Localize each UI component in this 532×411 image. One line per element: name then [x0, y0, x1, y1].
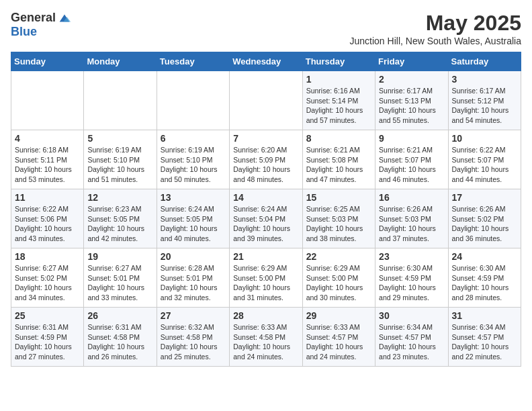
day-number: 16 — [379, 192, 444, 203]
day-number: 17 — [452, 192, 517, 203]
day-info: Sunrise: 6:22 AM Sunset: 5:06 PM Dayligh… — [15, 204, 80, 244]
day-number: 19 — [87, 251, 152, 262]
calendar-header-row: SundayMondayTuesdayWednesdayThursdayFrid… — [11, 52, 521, 71]
day-info: Sunrise: 6:30 AM Sunset: 4:59 PM Dayligh… — [452, 263, 517, 303]
day-info: Sunrise: 6:27 AM Sunset: 5:02 PM Dayligh… — [15, 263, 80, 303]
day-number: 21 — [233, 251, 298, 262]
day-info: Sunrise: 6:22 AM Sunset: 5:07 PM Dayligh… — [452, 145, 517, 185]
day-number: 31 — [452, 310, 517, 321]
day-info: Sunrise: 6:31 AM Sunset: 4:59 PM Dayligh… — [15, 322, 80, 362]
calendar-cell: 3Sunrise: 6:17 AM Sunset: 5:12 PM Daylig… — [448, 71, 521, 130]
calendar-cell: 28Sunrise: 6:33 AM Sunset: 4:58 PM Dayli… — [230, 308, 302, 367]
day-number: 26 — [87, 310, 152, 321]
calendar-cell — [84, 71, 157, 130]
day-number: 7 — [233, 133, 298, 144]
day-info: Sunrise: 6:28 AM Sunset: 5:01 PM Dayligh… — [161, 263, 226, 303]
day-number: 14 — [233, 192, 298, 203]
calendar-cell: 6Sunrise: 6:19 AM Sunset: 5:10 PM Daylig… — [157, 130, 229, 189]
calendar-cell: 5Sunrise: 6:19 AM Sunset: 5:10 PM Daylig… — [84, 130, 157, 189]
day-info: Sunrise: 6:33 AM Sunset: 4:58 PM Dayligh… — [233, 322, 298, 362]
calendar-cell: 12Sunrise: 6:23 AM Sunset: 5:05 PM Dayli… — [84, 189, 157, 248]
calendar-cell: 23Sunrise: 6:30 AM Sunset: 4:59 PM Dayli… — [375, 248, 448, 308]
day-info: Sunrise: 6:25 AM Sunset: 5:03 PM Dayligh… — [306, 204, 371, 244]
day-info: Sunrise: 6:33 AM Sunset: 4:57 PM Dayligh… — [306, 322, 371, 362]
calendar-cell — [11, 71, 84, 130]
logo: General Blue — [11, 11, 72, 39]
day-info: Sunrise: 6:34 AM Sunset: 4:57 PM Dayligh… — [379, 322, 444, 362]
calendar-cell: 25Sunrise: 6:31 AM Sunset: 4:59 PM Dayli… — [11, 308, 84, 367]
calendar-cell — [230, 71, 302, 130]
calendar-cell: 24Sunrise: 6:30 AM Sunset: 4:59 PM Dayli… — [448, 248, 521, 308]
day-number: 1 — [306, 74, 371, 85]
day-number: 18 — [15, 251, 80, 262]
calendar-week-row: 1Sunrise: 6:16 AM Sunset: 5:14 PM Daylig… — [11, 71, 521, 130]
day-header-thursday: Thursday — [302, 52, 375, 71]
day-number: 13 — [161, 192, 226, 203]
day-number: 9 — [379, 133, 444, 144]
day-number: 29 — [306, 310, 371, 321]
month-title: May 2025 — [350, 11, 521, 36]
day-number: 24 — [452, 251, 517, 262]
day-info: Sunrise: 6:17 AM Sunset: 5:13 PM Dayligh… — [379, 86, 444, 126]
day-info: Sunrise: 6:24 AM Sunset: 5:05 PM Dayligh… — [161, 204, 226, 244]
day-info: Sunrise: 6:27 AM Sunset: 5:01 PM Dayligh… — [87, 263, 152, 303]
day-info: Sunrise: 6:19 AM Sunset: 5:10 PM Dayligh… — [161, 145, 226, 185]
calendar-cell: 20Sunrise: 6:28 AM Sunset: 5:01 PM Dayli… — [157, 248, 229, 308]
calendar-week-row: 18Sunrise: 6:27 AM Sunset: 5:02 PM Dayli… — [11, 248, 521, 308]
day-info: Sunrise: 6:26 AM Sunset: 5:02 PM Dayligh… — [452, 204, 517, 244]
day-header-sunday: Sunday — [11, 52, 84, 71]
calendar-cell: 19Sunrise: 6:27 AM Sunset: 5:01 PM Dayli… — [84, 248, 157, 308]
day-info: Sunrise: 6:32 AM Sunset: 4:58 PM Dayligh… — [161, 322, 226, 362]
day-info: Sunrise: 6:21 AM Sunset: 5:08 PM Dayligh… — [306, 145, 371, 185]
day-info: Sunrise: 6:16 AM Sunset: 5:14 PM Dayligh… — [306, 86, 371, 126]
calendar-cell: 18Sunrise: 6:27 AM Sunset: 5:02 PM Dayli… — [11, 248, 84, 308]
day-number: 5 — [87, 133, 152, 144]
day-number: 11 — [15, 192, 80, 203]
day-info: Sunrise: 6:29 AM Sunset: 5:00 PM Dayligh… — [233, 263, 298, 303]
day-number: 20 — [161, 251, 226, 262]
calendar-cell: 9Sunrise: 6:21 AM Sunset: 5:07 PM Daylig… — [375, 130, 448, 189]
page-header: General Blue May 2025 Junction Hill, New… — [11, 11, 521, 46]
calendar-cell: 1Sunrise: 6:16 AM Sunset: 5:14 PM Daylig… — [302, 71, 375, 130]
calendar-cell: 7Sunrise: 6:20 AM Sunset: 5:09 PM Daylig… — [230, 130, 302, 189]
logo-blue-text: Blue — [11, 26, 72, 39]
calendar-cell: 11Sunrise: 6:22 AM Sunset: 5:06 PM Dayli… — [11, 189, 84, 248]
calendar-cell — [157, 71, 229, 130]
calendar-cell: 27Sunrise: 6:32 AM Sunset: 4:58 PM Dayli… — [157, 308, 229, 367]
day-header-friday: Friday — [375, 52, 448, 71]
calendar-cell: 15Sunrise: 6:25 AM Sunset: 5:03 PM Dayli… — [302, 189, 375, 248]
day-number: 6 — [161, 133, 226, 144]
calendar-cell: 31Sunrise: 6:34 AM Sunset: 4:57 PM Dayli… — [448, 308, 521, 367]
calendar-cell: 29Sunrise: 6:33 AM Sunset: 4:57 PM Dayli… — [302, 308, 375, 367]
day-header-saturday: Saturday — [448, 52, 521, 71]
calendar-cell: 10Sunrise: 6:22 AM Sunset: 5:07 PM Dayli… — [448, 130, 521, 189]
day-info: Sunrise: 6:34 AM Sunset: 4:57 PM Dayligh… — [452, 322, 517, 362]
day-number: 25 — [15, 310, 80, 321]
day-info: Sunrise: 6:19 AM Sunset: 5:10 PM Dayligh… — [87, 145, 152, 185]
day-number: 30 — [379, 310, 444, 321]
calendar-cell: 13Sunrise: 6:24 AM Sunset: 5:05 PM Dayli… — [157, 189, 229, 248]
day-info: Sunrise: 6:17 AM Sunset: 5:12 PM Dayligh… — [452, 86, 517, 126]
day-info: Sunrise: 6:20 AM Sunset: 5:09 PM Dayligh… — [233, 145, 298, 185]
day-number: 4 — [15, 133, 80, 144]
calendar-cell: 17Sunrise: 6:26 AM Sunset: 5:02 PM Dayli… — [448, 189, 521, 248]
day-info: Sunrise: 6:29 AM Sunset: 5:00 PM Dayligh… — [306, 263, 371, 303]
day-number: 3 — [452, 74, 517, 85]
calendar-week-row: 4Sunrise: 6:18 AM Sunset: 5:11 PM Daylig… — [11, 130, 521, 189]
calendar-cell: 2Sunrise: 6:17 AM Sunset: 5:13 PM Daylig… — [375, 71, 448, 130]
day-info: Sunrise: 6:23 AM Sunset: 5:05 PM Dayligh… — [87, 204, 152, 244]
logo-general-text: General — [11, 11, 56, 25]
day-number: 8 — [306, 133, 371, 144]
day-info: Sunrise: 6:21 AM Sunset: 5:07 PM Dayligh… — [379, 145, 444, 185]
day-info: Sunrise: 6:31 AM Sunset: 4:58 PM Dayligh… — [87, 322, 152, 362]
calendar-table: SundayMondayTuesdayWednesdayThursdayFrid… — [11, 52, 521, 367]
calendar-cell: 26Sunrise: 6:31 AM Sunset: 4:58 PM Dayli… — [84, 308, 157, 367]
day-info: Sunrise: 6:26 AM Sunset: 5:03 PM Dayligh… — [379, 204, 444, 244]
day-number: 12 — [87, 192, 152, 203]
title-block: May 2025 Junction Hill, New South Wales,… — [350, 11, 521, 46]
calendar-cell: 4Sunrise: 6:18 AM Sunset: 5:11 PM Daylig… — [11, 130, 84, 189]
calendar-cell: 22Sunrise: 6:29 AM Sunset: 5:00 PM Dayli… — [302, 248, 375, 308]
day-header-tuesday: Tuesday — [157, 52, 229, 71]
location: Junction Hill, New South Wales, Australi… — [350, 36, 521, 46]
calendar-cell: 16Sunrise: 6:26 AM Sunset: 5:03 PM Dayli… — [375, 189, 448, 248]
